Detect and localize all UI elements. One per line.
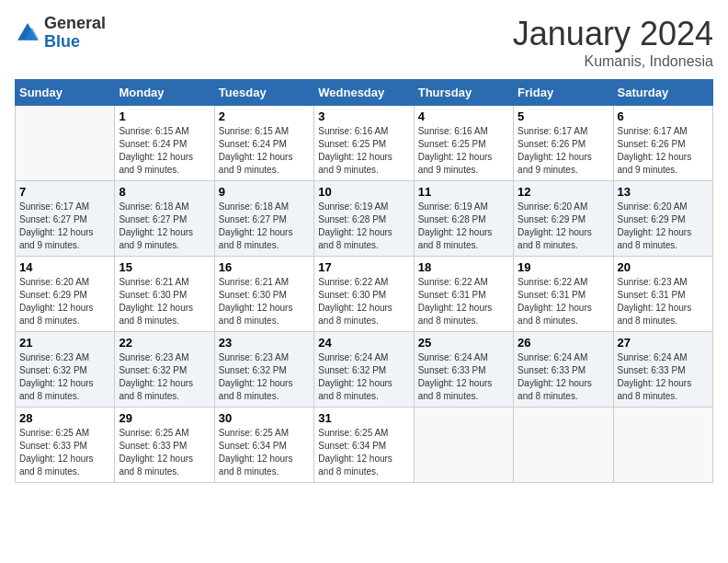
weekday-header-sunday: Sunday [16, 80, 115, 106]
day-info: Sunrise: 6:15 AMSunset: 6:24 PMDaylight:… [119, 125, 210, 177]
calendar-cell: 30Sunrise: 6:25 AMSunset: 6:34 PMDayligh… [214, 408, 313, 483]
calendar-cell: 23Sunrise: 6:23 AMSunset: 6:32 PMDayligh… [214, 332, 313, 408]
day-number: 7 [19, 185, 110, 199]
day-info: Sunrise: 6:20 AMSunset: 6:29 PMDaylight:… [19, 276, 110, 327]
day-number: 4 [418, 109, 509, 123]
calendar-cell: 29Sunrise: 6:25 AMSunset: 6:33 PMDayligh… [115, 408, 214, 483]
weekday-header-row: SundayMondayTuesdayWednesdayThursdayFrid… [16, 80, 713, 106]
calendar-cell [514, 408, 613, 483]
calendar-cell: 25Sunrise: 6:24 AMSunset: 6:33 PMDayligh… [414, 332, 513, 408]
logo-icon [15, 20, 40, 46]
weekday-header-tuesday: Tuesday [214, 80, 313, 106]
day-number: 30 [219, 411, 310, 425]
month-title: January 2024 [513, 15, 713, 53]
day-number: 10 [318, 185, 409, 199]
title-area: January 2024 Kumanis, Indonesia [513, 15, 713, 70]
calendar-cell: 22Sunrise: 6:23 AMSunset: 6:32 PMDayligh… [115, 332, 214, 408]
day-number: 22 [119, 336, 210, 350]
day-info: Sunrise: 6:15 AMSunset: 6:24 PMDaylight:… [219, 125, 310, 177]
calendar-cell: 5Sunrise: 6:17 AMSunset: 6:26 PMDaylight… [514, 106, 613, 181]
day-info: Sunrise: 6:24 AMSunset: 6:33 PMDaylight:… [618, 351, 709, 403]
location: Kumanis, Indonesia [513, 53, 713, 70]
day-number: 11 [418, 185, 509, 199]
calendar-cell: 10Sunrise: 6:19 AMSunset: 6:28 PMDayligh… [314, 181, 414, 257]
calendar-cell: 26Sunrise: 6:24 AMSunset: 6:33 PMDayligh… [514, 332, 613, 408]
day-info: Sunrise: 6:25 AMSunset: 6:33 PMDaylight:… [19, 427, 110, 478]
day-info: Sunrise: 6:18 AMSunset: 6:27 PMDaylight:… [219, 201, 310, 252]
day-number: 21 [19, 336, 110, 350]
week-row-1: 7Sunrise: 6:17 AMSunset: 6:27 PMDaylight… [16, 181, 713, 257]
day-info: Sunrise: 6:25 AMSunset: 6:34 PMDaylight:… [219, 427, 310, 478]
calendar-cell: 16Sunrise: 6:21 AMSunset: 6:30 PMDayligh… [214, 257, 313, 332]
day-number: 15 [119, 260, 210, 274]
day-number: 2 [219, 109, 310, 123]
day-number: 25 [418, 336, 509, 350]
day-info: Sunrise: 6:22 AMSunset: 6:31 PMDaylight:… [418, 276, 509, 327]
day-number: 27 [618, 336, 709, 350]
day-info: Sunrise: 6:23 AMSunset: 6:32 PMDaylight:… [219, 351, 310, 403]
calendar-cell: 13Sunrise: 6:20 AMSunset: 6:29 PMDayligh… [613, 181, 712, 257]
calendar-cell: 8Sunrise: 6:18 AMSunset: 6:27 PMDaylight… [115, 181, 214, 257]
calendar-cell: 12Sunrise: 6:20 AMSunset: 6:29 PMDayligh… [514, 181, 613, 257]
week-row-4: 28Sunrise: 6:25 AMSunset: 6:33 PMDayligh… [16, 408, 713, 483]
day-number: 13 [618, 185, 709, 199]
day-info: Sunrise: 6:24 AMSunset: 6:33 PMDaylight:… [518, 351, 609, 403]
day-number: 12 [518, 185, 609, 199]
page-header: General Blue January 2024 Kumanis, Indon… [15, 15, 713, 70]
weekday-header-thursday: Thursday [414, 80, 513, 106]
calendar-cell: 1Sunrise: 6:15 AMSunset: 6:24 PMDaylight… [115, 106, 214, 181]
day-number: 23 [219, 336, 310, 350]
logo-blue-text: Blue [44, 32, 80, 51]
day-number: 16 [219, 260, 310, 274]
calendar-cell: 24Sunrise: 6:24 AMSunset: 6:32 PMDayligh… [314, 332, 414, 408]
week-row-0: 1Sunrise: 6:15 AMSunset: 6:24 PMDaylight… [16, 106, 713, 181]
day-number: 5 [518, 109, 609, 123]
day-info: Sunrise: 6:25 AMSunset: 6:33 PMDaylight:… [119, 427, 210, 478]
day-info: Sunrise: 6:17 AMSunset: 6:27 PMDaylight:… [19, 201, 110, 252]
logo-general-text: General [44, 14, 106, 32]
weekday-header-saturday: Saturday [613, 80, 712, 106]
calendar-cell: 2Sunrise: 6:15 AMSunset: 6:24 PMDaylight… [214, 106, 313, 181]
calendar-cell [414, 408, 513, 483]
day-info: Sunrise: 6:21 AMSunset: 6:30 PMDaylight:… [219, 276, 310, 327]
calendar-cell: 17Sunrise: 6:22 AMSunset: 6:30 PMDayligh… [314, 257, 414, 332]
day-info: Sunrise: 6:24 AMSunset: 6:32 PMDaylight:… [318, 351, 409, 403]
calendar-cell: 20Sunrise: 6:23 AMSunset: 6:31 PMDayligh… [613, 257, 712, 332]
day-number: 19 [518, 260, 609, 274]
calendar-cell: 3Sunrise: 6:16 AMSunset: 6:25 PMDaylight… [314, 106, 414, 181]
calendar-cell [16, 106, 115, 181]
day-number: 29 [119, 411, 210, 425]
calendar-cell: 28Sunrise: 6:25 AMSunset: 6:33 PMDayligh… [16, 408, 115, 483]
calendar-cell: 7Sunrise: 6:17 AMSunset: 6:27 PMDaylight… [16, 181, 115, 257]
calendar-cell: 18Sunrise: 6:22 AMSunset: 6:31 PMDayligh… [414, 257, 513, 332]
calendar-cell: 4Sunrise: 6:16 AMSunset: 6:25 PMDaylight… [414, 106, 513, 181]
calendar-cell: 21Sunrise: 6:23 AMSunset: 6:32 PMDayligh… [16, 332, 115, 408]
calendar-cell: 31Sunrise: 6:25 AMSunset: 6:34 PMDayligh… [314, 408, 414, 483]
day-number: 18 [418, 260, 509, 274]
day-number: 3 [318, 109, 409, 123]
week-row-2: 14Sunrise: 6:20 AMSunset: 6:29 PMDayligh… [16, 257, 713, 332]
day-info: Sunrise: 6:17 AMSunset: 6:26 PMDaylight:… [518, 125, 609, 177]
day-number: 26 [518, 336, 609, 350]
weekday-header-monday: Monday [115, 80, 214, 106]
day-number: 8 [119, 185, 210, 199]
week-row-3: 21Sunrise: 6:23 AMSunset: 6:32 PMDayligh… [16, 332, 713, 408]
day-number: 20 [618, 260, 709, 274]
day-info: Sunrise: 6:20 AMSunset: 6:29 PMDaylight:… [618, 201, 709, 252]
day-number: 1 [119, 109, 210, 123]
day-info: Sunrise: 6:17 AMSunset: 6:26 PMDaylight:… [618, 125, 709, 177]
day-info: Sunrise: 6:18 AMSunset: 6:27 PMDaylight:… [119, 201, 210, 252]
day-number: 17 [318, 260, 409, 274]
calendar-cell: 15Sunrise: 6:21 AMSunset: 6:30 PMDayligh… [115, 257, 214, 332]
calendar-cell: 14Sunrise: 6:20 AMSunset: 6:29 PMDayligh… [16, 257, 115, 332]
day-info: Sunrise: 6:24 AMSunset: 6:33 PMDaylight:… [418, 351, 509, 403]
day-info: Sunrise: 6:22 AMSunset: 6:31 PMDaylight:… [518, 276, 609, 327]
calendar-table: SundayMondayTuesdayWednesdayThursdayFrid… [15, 79, 713, 483]
calendar-cell [613, 408, 712, 483]
day-info: Sunrise: 6:23 AMSunset: 6:32 PMDaylight:… [119, 351, 210, 403]
day-number: 6 [618, 109, 709, 123]
day-number: 24 [318, 336, 409, 350]
day-info: Sunrise: 6:16 AMSunset: 6:25 PMDaylight:… [318, 125, 409, 177]
calendar-cell: 6Sunrise: 6:17 AMSunset: 6:26 PMDaylight… [613, 106, 712, 181]
calendar-cell: 27Sunrise: 6:24 AMSunset: 6:33 PMDayligh… [613, 332, 712, 408]
